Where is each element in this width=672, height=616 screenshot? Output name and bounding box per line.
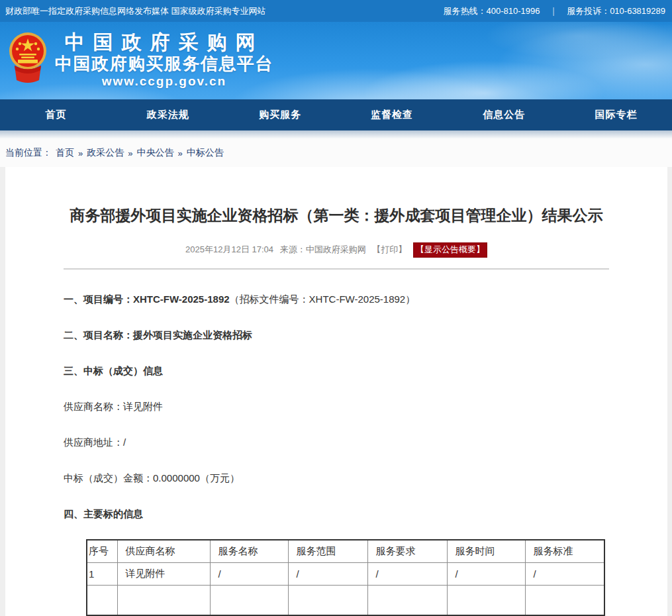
nav-item-supervision[interactable]: 监督检查 — [336, 99, 448, 130]
col-header-service-standard: 服务标准 — [525, 540, 604, 562]
table-header-row: 序号 供应商名称 服务名称 服务范围 服务要求 服务时间 服务标准 — [87, 540, 604, 562]
cell-empty — [447, 585, 525, 615]
page-title: 商务部援外项目实施企业资格招标（第一类：援外成套项目管理企业）结果公示 — [5, 205, 667, 225]
site-name: 中国政府采购网 — [53, 31, 275, 54]
cell-empty — [210, 585, 288, 615]
breadcrumb: 当前位置： 首页 » 政采公告 » 中央公告 » 中标公告 — [0, 139, 672, 167]
site-slogan: 财政部唯一指定政府采购信息网络发布媒体 国家级政府采购专业网站 — [5, 5, 266, 17]
cell-service-time: / — [447, 562, 525, 585]
nav-item-home[interactable]: 首页 — [0, 99, 112, 130]
article-panel: 商务部援外项目实施企业资格招标（第一类：援外成套项目管理企业）结果公示 2025… — [5, 167, 667, 616]
breadcrumb-item-award-notices[interactable]: 中标公告 — [187, 147, 224, 159]
site-subtitle: 中国政府购买服务信息平台 — [53, 54, 275, 74]
col-header-seq: 序号 — [87, 540, 117, 562]
cell-empty — [288, 585, 367, 615]
nav-item-international[interactable]: 国际专栏 — [560, 99, 672, 130]
section-project-name: 二、项目名称：援外项目实施企业资格招标 — [64, 329, 609, 340]
article-content: 一、项目编号：XHTC-FW-2025-1892（招标文件编号：XHTC-FW-… — [5, 293, 667, 616]
cell-service-standard: / — [525, 562, 604, 585]
cell-empty — [87, 585, 117, 615]
cell-empty — [367, 585, 447, 615]
bid-target-table: 序号 供应商名称 服务名称 服务范围 服务要求 服务时间 服务标准 1 详见附件… — [86, 539, 605, 616]
line-award-amount: 中标（成交）金额：0.0000000（万元） — [64, 472, 609, 484]
breadcrumb-separator: » — [78, 148, 83, 158]
table-row: 1 详见附件 / / / / / — [87, 562, 604, 585]
cell-empty — [525, 585, 604, 615]
cell-service-requirements: / — [367, 562, 447, 585]
main-nav: 首页 政采法规 购买服务 监督检查 信息公告 国际专栏 — [0, 99, 672, 130]
publish-datetime: 2025年12月12日 17:04 — [185, 244, 273, 254]
breadcrumb-separator: » — [177, 148, 182, 158]
nav-item-announcements[interactable]: 信息公告 — [448, 99, 560, 130]
show-summary-button[interactable]: 【显示公告概要】 — [413, 242, 487, 258]
article-meta: 2025年12月12日 17:04 来源：中国政府采购网 【打印】 【显示公告概… — [5, 242, 667, 258]
col-header-service-time: 服务时间 — [447, 540, 525, 562]
table-row-empty — [87, 585, 604, 615]
site-logo-link[interactable]: 中国政府采购网 中国政府购买服务信息平台 www.ccgp.gov.cn — [8, 30, 275, 91]
cell-seq: 1 — [87, 562, 117, 585]
cell-service-scope: / — [288, 562, 367, 585]
breadcrumb-separator: » — [128, 148, 132, 158]
nav-item-regulations[interactable]: 政采法规 — [112, 99, 224, 130]
col-header-service-requirements: 服务要求 — [367, 540, 447, 562]
breadcrumb-item-home[interactable]: 首页 — [56, 147, 74, 159]
breadcrumb-item-central-notices[interactable]: 中央公告 — [136, 147, 173, 159]
brand-text: 中国政府采购网 中国政府购买服务信息平台 www.ccgp.gov.cn — [53, 31, 275, 89]
nav-fade-strip — [0, 130, 672, 139]
col-header-service-name: 服务名称 — [210, 540, 288, 562]
article-source: 来源：中国政府采购网 — [280, 244, 366, 254]
cell-empty — [117, 585, 210, 615]
title-divider — [64, 268, 609, 270]
print-button[interactable]: 【打印】 — [372, 244, 407, 254]
breadcrumb-label: 当前位置： — [5, 147, 52, 159]
topbar-separator: ｜ — [549, 5, 557, 17]
site-header: 中国政府采购网 中国政府购买服务信息平台 www.ccgp.gov.cn — [0, 22, 672, 99]
section-award-info-heading: 三、中标（成交）信息 — [64, 365, 609, 376]
cell-service-name: / — [210, 562, 288, 585]
cell-supplier: 详见附件 — [117, 562, 210, 585]
nav-item-purchase-services[interactable]: 购买服务 — [224, 99, 336, 130]
section-project-number: 一、项目编号：XHTC-FW-2025-1892（招标文件编号：XHTC-FW-… — [64, 293, 609, 305]
section-bid-target-heading: 四、主要标的信息 — [64, 508, 609, 519]
line-supplier-address: 供应商地址：/ — [64, 436, 609, 448]
line-supplier-name: 供应商名称：详见附件 — [64, 401, 609, 412]
service-complaint: 服务投诉：010-63819289 — [567, 5, 665, 17]
service-hotline: 服务热线：400-810-1996 — [443, 5, 540, 17]
national-emblem-icon — [8, 30, 48, 91]
service-contacts: 服务热线：400-810-1996 ｜ 服务投诉：010-63819289 — [443, 5, 665, 17]
col-header-service-scope: 服务范围 — [288, 540, 367, 562]
top-utility-bar: 财政部唯一指定政府采购信息网络发布媒体 国家级政府采购专业网站 服务热线：400… — [0, 0, 672, 22]
breadcrumb-item-procurement-notices[interactable]: 政采公告 — [87, 147, 124, 159]
col-header-supplier: 供应商名称 — [117, 540, 210, 562]
site-url: www.ccgp.gov.cn — [53, 74, 275, 89]
